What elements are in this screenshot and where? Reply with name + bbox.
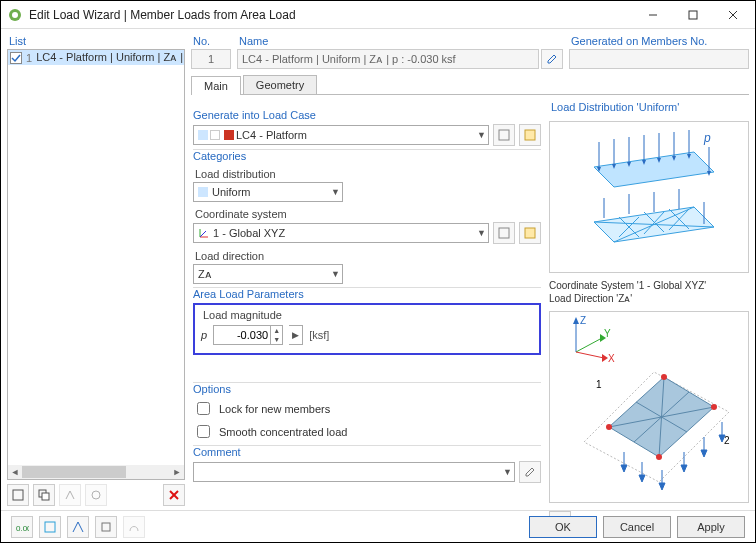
footer-tool-5[interactable] bbox=[123, 516, 145, 538]
spin-down-icon[interactable]: ▼ bbox=[270, 335, 282, 344]
svg-rect-18 bbox=[499, 228, 509, 238]
units-button[interactable]: 0.00 bbox=[11, 516, 33, 538]
chevron-down-icon: ▼ bbox=[331, 269, 340, 279]
axes-icon bbox=[198, 227, 210, 239]
svg-rect-7 bbox=[13, 490, 23, 500]
categories-title: Categories bbox=[193, 149, 541, 162]
delete-button[interactable] bbox=[163, 484, 185, 506]
svg-rect-9 bbox=[42, 493, 49, 500]
svg-text:Z: Z bbox=[580, 315, 586, 326]
tool-button-3[interactable] bbox=[59, 484, 81, 506]
scroll-left-icon[interactable]: ◄ bbox=[8, 465, 22, 479]
coordinate-system-dropdown[interactable]: 1 - Global XYZ ▼ bbox=[193, 223, 489, 243]
edit-name-button[interactable] bbox=[541, 49, 563, 69]
list-item[interactable]: 1 LC4 - Platform | Uniform | Zᴀ | p : -0… bbox=[8, 50, 184, 65]
svg-rect-3 bbox=[689, 11, 697, 19]
list-item-index: 1 bbox=[26, 52, 32, 64]
load-case-dropdown[interactable]: LC4 - Platform ▼ bbox=[193, 125, 489, 145]
load-case-edit-button[interactable] bbox=[519, 124, 541, 146]
comment-edit-button[interactable] bbox=[519, 461, 541, 483]
tab-geometry[interactable]: Geometry bbox=[243, 75, 317, 94]
load-distribution-label: Load distribution bbox=[195, 168, 541, 180]
checkbox-icon[interactable] bbox=[10, 52, 22, 64]
load-direction-label: Load direction bbox=[195, 250, 541, 262]
load-case-color-icon bbox=[224, 130, 234, 140]
option-smooth-row[interactable]: Smooth concentrated load bbox=[193, 422, 541, 441]
options-title: Options bbox=[193, 382, 541, 395]
load-distribution-dropdown[interactable]: Uniform ▼ bbox=[193, 182, 343, 202]
tabs: Main Geometry bbox=[191, 75, 749, 95]
minimize-button[interactable] bbox=[633, 2, 673, 28]
footer-tool-3[interactable] bbox=[67, 516, 89, 538]
svg-point-67 bbox=[661, 374, 667, 380]
list-header: List bbox=[7, 33, 185, 49]
no-field: 1 bbox=[191, 49, 231, 69]
svg-rect-19 bbox=[525, 228, 535, 238]
list-area[interactable]: 1 LC4 - Platform | Uniform | Zᴀ | p : -0… bbox=[7, 49, 185, 480]
window-title: Edit Load Wizard | Member Loads from Are… bbox=[29, 8, 633, 22]
option-smooth-checkbox[interactable] bbox=[197, 425, 210, 438]
cancel-button[interactable]: Cancel bbox=[603, 516, 671, 538]
close-button[interactable] bbox=[713, 2, 753, 28]
svg-marker-36 bbox=[707, 171, 711, 176]
magnitude-input[interactable] bbox=[214, 328, 270, 342]
coordinate-system-label: Coordinate system bbox=[195, 208, 541, 220]
option-smooth-label: Smooth concentrated load bbox=[219, 426, 347, 438]
area-load-params-title: Area Load Parameters bbox=[193, 287, 541, 300]
svg-text:1: 1 bbox=[596, 379, 602, 390]
generated-on-field bbox=[569, 49, 749, 69]
coord-sys-edit-button[interactable] bbox=[519, 222, 541, 244]
load-direction-dropdown[interactable]: Zᴀ ▼ bbox=[193, 264, 343, 284]
maximize-button[interactable] bbox=[673, 2, 713, 28]
distribution-preview-title: Load Distribution 'Uniform' bbox=[549, 99, 749, 115]
footer-tool-2[interactable] bbox=[39, 516, 61, 538]
spin-up-icon[interactable]: ▲ bbox=[270, 326, 282, 335]
ok-button[interactable]: OK bbox=[529, 516, 597, 538]
apply-button[interactable]: Apply bbox=[677, 516, 745, 538]
svg-line-54 bbox=[576, 338, 602, 352]
svg-marker-81 bbox=[701, 450, 707, 457]
svg-rect-13 bbox=[499, 130, 509, 140]
scroll-thumb[interactable] bbox=[22, 466, 126, 478]
coord-system-preview: Z Y X bbox=[549, 311, 749, 503]
svg-marker-73 bbox=[621, 465, 627, 472]
footer-tool-4[interactable] bbox=[95, 516, 117, 538]
titlebar: Edit Load Wizard | Member Loads from Are… bbox=[1, 1, 755, 29]
tool-button-4[interactable] bbox=[85, 484, 107, 506]
magnitude-more-button[interactable]: ▶ bbox=[289, 325, 303, 345]
generated-on-label: Generated on Members No. bbox=[569, 33, 749, 49]
svg-marker-75 bbox=[639, 475, 645, 482]
svg-line-89 bbox=[78, 522, 83, 532]
generate-case-title: Generate into Load Case bbox=[193, 109, 541, 121]
svg-line-88 bbox=[73, 522, 78, 532]
area-load-params-box: Load magnitude p ▲ ▼ ▶ [ksf] bbox=[193, 303, 541, 355]
app-icon bbox=[7, 7, 23, 23]
option-lock-row[interactable]: Lock for new members bbox=[193, 399, 541, 418]
svg-point-66 bbox=[606, 424, 612, 430]
chevron-down-icon: ▼ bbox=[477, 228, 486, 238]
magnitude-symbol: p bbox=[201, 329, 207, 341]
svg-marker-52 bbox=[573, 317, 579, 324]
copy-button[interactable] bbox=[33, 484, 55, 506]
option-lock-checkbox[interactable] bbox=[197, 402, 210, 415]
distribution-icon bbox=[198, 187, 208, 197]
scroll-right-icon[interactable]: ► bbox=[170, 465, 184, 479]
tab-main[interactable]: Main bbox=[191, 76, 241, 95]
horizontal-scrollbar[interactable]: ◄ ► bbox=[8, 465, 184, 479]
new-button[interactable] bbox=[7, 484, 29, 506]
svg-point-68 bbox=[711, 404, 717, 410]
coord-sys-new-button[interactable] bbox=[493, 222, 515, 244]
svg-point-10 bbox=[92, 491, 100, 499]
svg-text:X: X bbox=[608, 353, 615, 364]
distribution-preview: p bbox=[549, 121, 749, 273]
svg-line-57 bbox=[576, 352, 604, 358]
svg-rect-90 bbox=[102, 523, 110, 531]
name-field: LC4 - Platform | Uniform | Zᴀ | p : -0.0… bbox=[237, 49, 539, 69]
magnitude-spinner[interactable]: ▲ ▼ bbox=[213, 325, 283, 345]
coord-system-preview-title: Coordinate System '1 - Global XYZ' Load … bbox=[549, 279, 749, 305]
load-case-new-button[interactable] bbox=[493, 124, 515, 146]
comment-dropdown[interactable]: ▼ bbox=[193, 462, 515, 482]
comment-title: Comment bbox=[193, 445, 541, 458]
svg-marker-77 bbox=[659, 483, 665, 490]
svg-point-69 bbox=[656, 454, 662, 460]
